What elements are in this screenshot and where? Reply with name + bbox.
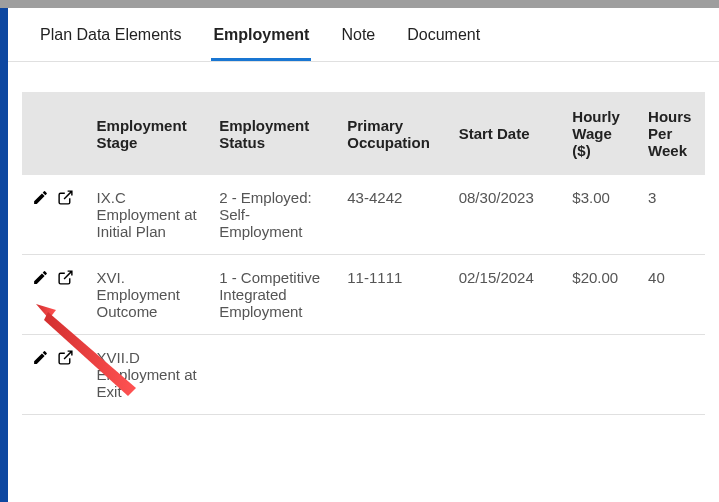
cell-start-date: 08/30/2023: [449, 175, 563, 255]
table-row: XVI. Employment Outcome 1 - Competitive …: [22, 255, 705, 335]
cell-occupation: [337, 335, 448, 415]
cell-stage: IX.C Employment at Initial Plan: [87, 175, 210, 255]
table-row: XVII.D Employment at Exit: [22, 335, 705, 415]
cell-stage: XVI. Employment Outcome: [87, 255, 210, 335]
cell-wage: $20.00: [562, 255, 638, 335]
cell-stage: XVII.D Employment at Exit: [87, 335, 210, 415]
cell-start-date: 02/15/2024: [449, 255, 563, 335]
cell-start-date: [449, 335, 563, 415]
open-in-new-icon[interactable]: [57, 189, 74, 209]
open-in-new-icon[interactable]: [57, 269, 74, 289]
cell-hours: 40: [638, 255, 705, 335]
col-header-occupation: Primary Occupation: [337, 92, 448, 175]
edit-icon[interactable]: [32, 189, 49, 209]
cell-wage: $3.00: [562, 175, 638, 255]
tab-plan-data-elements[interactable]: Plan Data Elements: [38, 26, 183, 61]
cell-hours: 3: [638, 175, 705, 255]
col-header-actions: [22, 92, 87, 175]
tab-note[interactable]: Note: [339, 26, 377, 61]
cell-hours: [638, 335, 705, 415]
col-header-hours: Hours Per Week: [638, 92, 705, 175]
cell-status: 1 - Competitive Integrated Employment: [209, 255, 337, 335]
cell-status: [209, 335, 337, 415]
open-in-new-icon[interactable]: [57, 349, 74, 369]
tab-employment[interactable]: Employment: [211, 26, 311, 61]
table-row: IX.C Employment at Initial Plan 2 - Empl…: [22, 175, 705, 255]
cell-occupation: 11-1111: [337, 255, 448, 335]
tab-document[interactable]: Document: [405, 26, 482, 61]
col-header-wage: Hourly Wage ($): [562, 92, 638, 175]
window-top-bar: [0, 0, 719, 8]
cell-status: 2 - Employed: Self-Employment: [209, 175, 337, 255]
cell-wage: [562, 335, 638, 415]
col-header-stage: Employment Stage: [87, 92, 210, 175]
employment-table: Employment Stage Employment Status Prima…: [22, 92, 705, 415]
tab-bar: Plan Data Elements Employment Note Docum…: [8, 8, 719, 62]
left-nav-sliver: [0, 8, 8, 502]
col-header-status: Employment Status: [209, 92, 337, 175]
cell-occupation: 43-4242: [337, 175, 448, 255]
edit-icon[interactable]: [32, 349, 49, 369]
col-header-start-date: Start Date: [449, 92, 563, 175]
edit-icon[interactable]: [32, 269, 49, 289]
